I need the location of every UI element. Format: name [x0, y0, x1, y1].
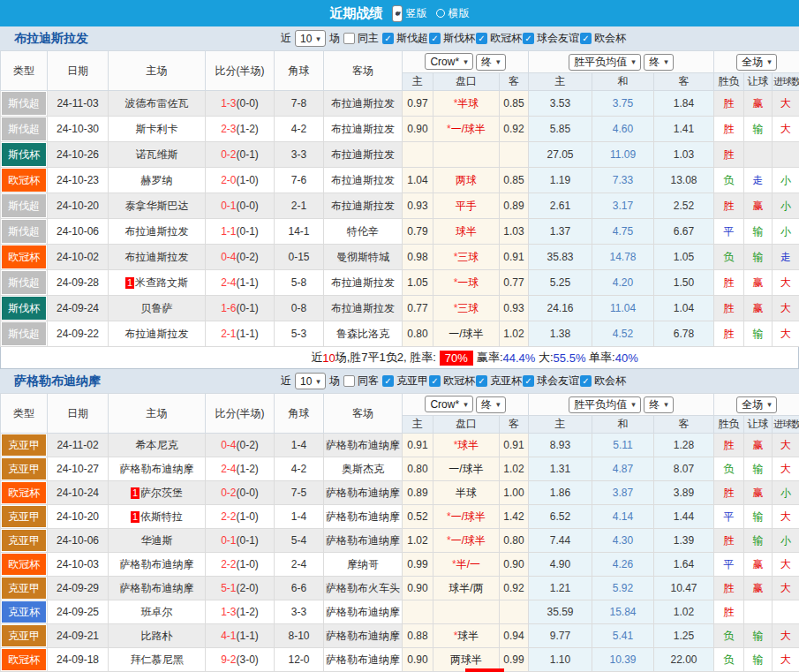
checkbox-checked-icon[interactable]: [523, 375, 534, 387]
scope-select-2[interactable]: 全场: [736, 396, 777, 413]
same-home-checkbox[interactable]: 同主: [343, 31, 379, 46]
league-type-badge: 斯伐超: [2, 322, 46, 345]
checkbox-checked-icon[interactable]: [580, 33, 592, 44]
home-team-link[interactable]: 布拉迪斯拉发: [125, 225, 189, 238]
goals-result-value: 小: [780, 487, 791, 499]
away-team-link[interactable]: 鲁森比洛克: [336, 328, 389, 340]
view-option-vertical[interactable]: 竖版: [392, 5, 427, 22]
away-team-link[interactable]: 萨格勒布迪纳摩: [326, 534, 400, 547]
away-team-link[interactable]: 布拉迪斯拉发: [331, 174, 395, 186]
home-team-link[interactable]: 贝鲁萨: [141, 302, 173, 314]
away-team-link[interactable]: 萨格勒布迪纳摩: [326, 606, 400, 618]
final-odds-select-3[interactable]: 终: [476, 396, 506, 413]
match-date: 24-11-03: [48, 91, 109, 117]
home-team-link[interactable]: 班卓尔: [141, 606, 173, 618]
home-team-link[interactable]: 华迪斯: [141, 534, 173, 547]
checkbox-checked-icon[interactable]: [382, 375, 394, 387]
home-team-link[interactable]: 布拉迪斯拉发: [125, 328, 189, 340]
league-filter-checkbox[interactable]: 球会友谊: [523, 374, 579, 389]
checkbox-checked-icon[interactable]: [429, 375, 441, 387]
league-type-badge: 斯伐超: [2, 220, 46, 243]
away-team-link[interactable]: 布拉迪斯拉发: [331, 148, 395, 161]
crow-company-select[interactable]: Crow*: [425, 53, 472, 70]
away-team-link[interactable]: 萨格勒布迪纳摩: [326, 653, 400, 666]
view-option-horizontal[interactable]: 横版: [436, 6, 470, 21]
col-date: 日期: [48, 51, 109, 91]
checkbox-checked-icon[interactable]: [476, 375, 487, 387]
avg-odds-select-2[interactable]: 胜平负均值: [569, 396, 641, 413]
league-filter-checkbox[interactable]: 欧会杯: [580, 374, 626, 389]
checkbox-unchecked-icon[interactable]: [343, 33, 355, 44]
odds-home-value: 0.88: [403, 624, 433, 648]
final-odds-select-4[interactable]: 终: [644, 396, 674, 413]
home-team-link[interactable]: 斯卡利卡: [136, 123, 178, 135]
match-count-select[interactable]: 10: [295, 30, 326, 47]
table-row: 斯伐超 24-09-22 布拉迪斯拉发 2-1(1-1) 5-3 鲁森比洛克 0…: [1, 321, 799, 347]
away-team-link[interactable]: 萨格勒布迪纳摩: [326, 510, 400, 523]
checkbox-checked-icon[interactable]: [580, 375, 592, 387]
away-team-link[interactable]: 曼彻斯特城: [336, 251, 389, 263]
away-team-link[interactable]: 布拉迪斯拉发: [331, 302, 395, 314]
col-type: 类型: [1, 51, 48, 91]
league-filter-checkbox[interactable]: 克亚甲: [382, 374, 428, 389]
crow-company-select-2[interactable]: Crow*: [425, 396, 472, 412]
match-count-select-2[interactable]: 10: [295, 373, 326, 389]
checkbox-checked-icon[interactable]: [382, 33, 394, 44]
home-team-link[interactable]: 萨格勒布迪纳摩: [120, 463, 194, 475]
home-team-link[interactable]: 萨格勒布迪纳摩: [120, 558, 194, 570]
league-filter-checkbox[interactable]: 斯伐杯: [429, 31, 475, 46]
home-team-link[interactable]: 依斯特拉: [140, 510, 183, 523]
away-team-link[interactable]: 布拉迪斯拉发: [331, 200, 395, 212]
league-filter-checkbox[interactable]: 欧冠杯: [429, 374, 475, 389]
away-team-link[interactable]: 布拉迪斯拉发: [331, 97, 395, 109]
avg-odds-select[interactable]: 胜平负均值: [569, 54, 641, 71]
league-filter-checkbox[interactable]: 克亚杯: [476, 374, 522, 389]
away-team-link[interactable]: 萨格勒布火车头: [326, 582, 400, 594]
table-row: 斯伐超 24-11-03 波德布雷佐瓦 1-3(0-0) 7-8 布拉迪斯拉发 …: [1, 91, 799, 117]
away-team-link[interactable]: 特伦辛: [347, 225, 379, 238]
avg-away-odds: 6.67: [654, 219, 714, 245]
home-team-link[interactable]: 泰拿华斯巴达: [125, 200, 189, 212]
checkbox-checked-icon[interactable]: [429, 33, 441, 44]
away-team-link[interactable]: 摩纳哥: [347, 558, 379, 570]
final-odds-select-2[interactable]: 终: [644, 54, 674, 71]
league-filter-checkbox[interactable]: 欧冠杯: [476, 31, 522, 46]
league-filter-checkbox[interactable]: 欧会杯: [580, 31, 626, 46]
team-name-2[interactable]: 萨格勒布迪纳摩: [14, 374, 101, 389]
home-team-link[interactable]: 比路朴: [141, 630, 173, 642]
league-filter-checkbox[interactable]: 斯伐超: [382, 31, 428, 46]
home-team-link[interactable]: 布拉迪斯拉发: [125, 251, 189, 263]
home-team-link[interactable]: 诺瓦维斯: [136, 148, 178, 161]
col-avg-home: 主: [529, 416, 592, 434]
home-team-link[interactable]: 萨尔茨堡: [140, 487, 183, 499]
col-handicap: 盘口: [433, 73, 500, 91]
home-team-link[interactable]: 希本尼克: [136, 439, 178, 451]
final-odds-select[interactable]: 终: [476, 54, 506, 71]
league-type-badge: 斯伐超: [2, 194, 46, 217]
home-team-link[interactable]: 萨格勒布迪纳摩: [120, 582, 194, 594]
radio-selected-icon[interactable]: [392, 5, 403, 22]
scope-select[interactable]: 全场: [736, 54, 777, 71]
league-filter-checkbox[interactable]: 球会友谊: [523, 31, 579, 46]
odds-away-value: 1.00: [500, 481, 529, 505]
checkbox-unchecked-icon[interactable]: [343, 375, 355, 387]
away-team-link[interactable]: 萨格勒布迪纳摩: [326, 630, 400, 642]
home-team-link[interactable]: 米查路文斯: [135, 276, 188, 289]
away-team-link[interactable]: 奥斯杰克: [342, 463, 384, 475]
avg-draw-odds: 4.30: [592, 529, 654, 553]
radio-unselected-icon[interactable]: [436, 9, 445, 18]
away-team-link[interactable]: 萨格勒布迪纳摩: [326, 439, 400, 451]
checkbox-checked-icon[interactable]: [523, 33, 534, 44]
home-team-link[interactable]: 赫罗纳: [141, 174, 173, 186]
away-team-link[interactable]: 布拉迪斯拉发: [331, 276, 395, 289]
handicap-result-value: 输: [753, 123, 764, 135]
result-value: 负: [724, 653, 735, 666]
checkbox-checked-icon[interactable]: [476, 33, 487, 44]
team-name-1[interactable]: 布拉迪斯拉发: [14, 31, 88, 47]
away-team-link[interactable]: 萨格勒布迪纳摩: [326, 487, 400, 499]
same-away-checkbox[interactable]: 同客: [343, 374, 379, 389]
away-team-link[interactable]: 布拉迪斯拉发: [331, 123, 395, 135]
home-team-link[interactable]: 拜仁慕尼黑: [131, 653, 184, 666]
league-type-badge: 克亚甲: [2, 458, 46, 479]
home-team-link[interactable]: 波德布雷佐瓦: [125, 97, 189, 109]
